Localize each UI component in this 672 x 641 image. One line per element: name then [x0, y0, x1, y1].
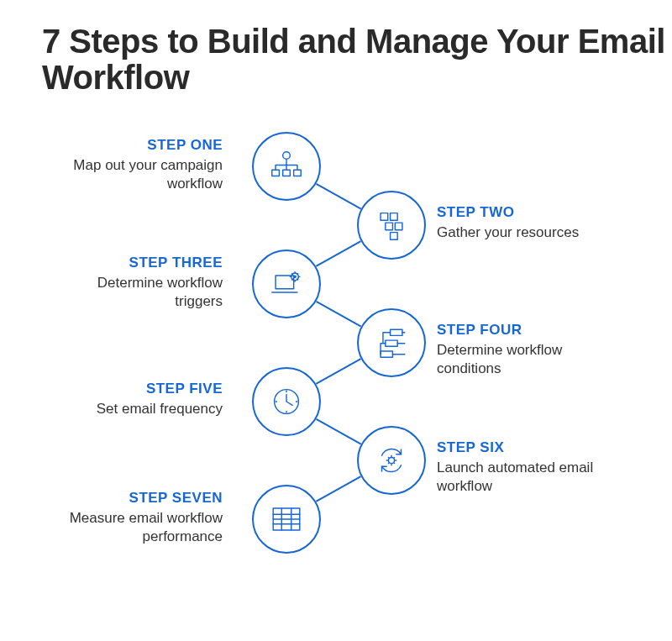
step-number-4: STEP FOUR: [437, 321, 596, 339]
step-circle-1: [252, 132, 321, 201]
step-number-5: STEP FIVE: [63, 380, 223, 398]
step-label-3: STEP THREEDetermine workflow triggers: [63, 254, 223, 311]
step-label-6: STEP SIXLaunch automated email workflow: [437, 439, 596, 496]
step-desc-7: Measure email workflow performance: [70, 510, 223, 544]
svg-rect-8: [391, 233, 398, 240]
step-label-7: STEP SEVENMeasure email workflow perform…: [63, 489, 223, 546]
connector: [316, 476, 361, 502]
svg-rect-4: [381, 213, 388, 221]
svg-rect-2: [283, 170, 291, 176]
svg-rect-11: [391, 329, 402, 335]
step-desc-1: Map out your campaign workflow: [73, 157, 223, 192]
step-circle-6: [357, 426, 426, 495]
step-circle-5: [252, 367, 321, 436]
step-number-6: STEP SIX: [437, 439, 596, 457]
step-desc-4: Determine workflow conditions: [437, 342, 562, 376]
step-circle-2: [357, 191, 426, 260]
step-label-1: STEP ONEMap out your campaign workflow: [63, 136, 223, 193]
svg-rect-3: [294, 170, 302, 176]
svg-rect-13: [381, 351, 392, 357]
step-circle-4: [357, 308, 426, 377]
step-label-5: STEP FIVESet email frequency: [63, 380, 223, 418]
svg-rect-7: [395, 223, 402, 230]
connector: [316, 359, 361, 385]
org-chart-icon: [267, 147, 306, 186]
diagram-stage: STEP ONEMap out your campaign workflow S…: [0, 0, 672, 641]
table-icon: [267, 500, 306, 539]
svg-point-10: [294, 276, 296, 277]
step-number-2: STEP TWO: [437, 203, 596, 222]
connector: [316, 241, 361, 267]
svg-rect-12: [386, 340, 397, 346]
flow-icon: [372, 323, 411, 362]
blocks-icon: [372, 206, 411, 244]
clock-icon: [267, 382, 306, 421]
step-desc-6: Launch automated email workflow: [437, 460, 593, 494]
step-desc-3: Determine workflow triggers: [97, 275, 223, 309]
svg-rect-1: [272, 170, 280, 176]
step-desc-5: Set email frequency: [97, 401, 223, 417]
step-label-4: STEP FOURDetermine workflow conditions: [437, 321, 596, 378]
svg-rect-5: [391, 213, 398, 221]
step-circle-3: [252, 250, 321, 318]
step-desc-2: Gather your resources: [437, 224, 579, 240]
automate-icon: [372, 441, 411, 480]
laptop-gear-icon: [267, 265, 306, 303]
svg-rect-6: [386, 223, 393, 230]
connector: [316, 183, 361, 209]
step-label-2: STEP TWOGather your resources: [437, 203, 596, 242]
svg-point-0: [283, 152, 291, 160]
step-number-3: STEP THREE: [63, 254, 223, 272]
connector: [316, 301, 361, 327]
step-number-7: STEP SEVEN: [63, 489, 223, 507]
step-circle-7: [252, 485, 321, 554]
step-number-1: STEP ONE: [63, 136, 223, 155]
connector: [316, 418, 361, 444]
